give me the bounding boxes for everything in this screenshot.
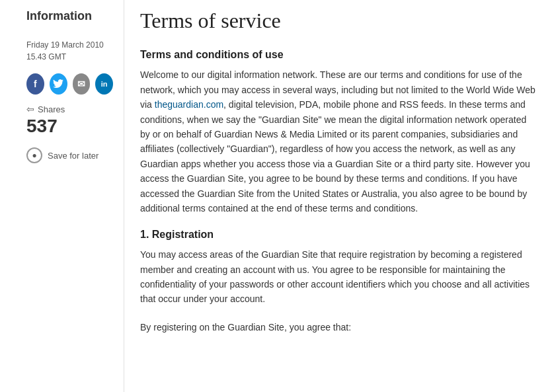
shares-text: Shares bbox=[38, 104, 65, 114]
registration-paragraph-1: You may access areas of the Guardian Sit… bbox=[140, 247, 538, 307]
time-line: 15.43 GMT bbox=[26, 51, 113, 63]
section-heading-registration: 1. Registration bbox=[140, 229, 538, 241]
main-content: Terms of service Terms and conditions of… bbox=[124, 0, 554, 392]
sidebar: Information Friday 19 March 2010 15.43 G… bbox=[0, 0, 124, 392]
twitter-icon bbox=[53, 79, 63, 89]
shares-count: 537 bbox=[26, 116, 113, 137]
registration-paragraph-2: By registering on the Guardian Site, you… bbox=[140, 320, 538, 334]
twitter-button[interactable] bbox=[50, 73, 67, 95]
shares-label: ⇦ Shares bbox=[26, 104, 113, 114]
shares-section: ⇦ Shares 537 bbox=[26, 104, 113, 137]
guardian-link[interactable]: theguardian.com bbox=[155, 99, 223, 110]
email-button[interactable]: ✉ bbox=[73, 73, 91, 95]
date-line: Friday 19 March 2010 bbox=[26, 39, 113, 51]
save-label: Save for later bbox=[48, 151, 99, 161]
save-for-later-button[interactable]: ● Save for later bbox=[26, 147, 113, 163]
article-title: Terms of service bbox=[140, 5, 538, 33]
facebook-button[interactable]: f bbox=[26, 73, 44, 95]
social-icons-group: f ✉ in bbox=[26, 73, 113, 95]
section-registration: 1. Registration You may access areas of … bbox=[140, 229, 538, 334]
article-date: Friday 19 March 2010 15.43 GMT bbox=[26, 39, 113, 63]
shares-icon: ⇦ bbox=[26, 104, 34, 114]
section-terms: Terms and conditions of use Welcome to o… bbox=[140, 49, 538, 216]
sidebar-title: Information bbox=[26, 5, 113, 23]
bookmark-icon: ● bbox=[26, 147, 42, 163]
terms-paragraph: Welcome to our digital information netwo… bbox=[140, 67, 538, 216]
section-heading-terms: Terms and conditions of use bbox=[140, 49, 538, 61]
linkedin-button[interactable]: in bbox=[95, 73, 113, 95]
